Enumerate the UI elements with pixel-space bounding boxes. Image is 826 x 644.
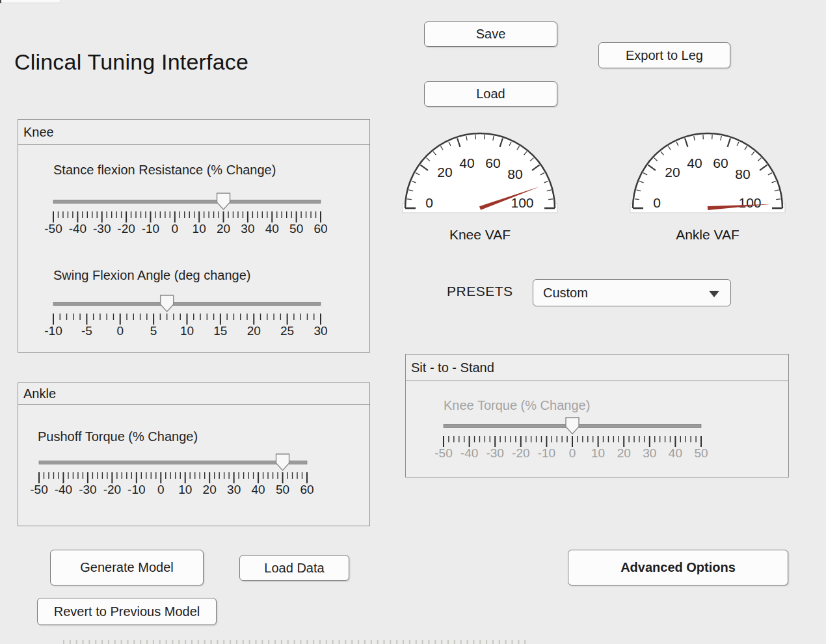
svg-text:-10: -10 — [127, 483, 145, 496]
cutoff-slider-ticks — [62, 640, 530, 644]
svg-text:30: 30 — [227, 483, 241, 496]
svg-text:100: 100 — [738, 195, 761, 210]
svg-text:-20: -20 — [103, 483, 121, 496]
svg-text:60: 60 — [300, 483, 313, 496]
swing-flexion-slider-label: Swing Flexion Angle (deg change) — [53, 268, 251, 283]
generate-model-button[interactable]: Generate Model — [50, 550, 204, 585]
ankle-gauge-label: Ankle VAF — [630, 227, 786, 243]
svg-text:40: 40 — [669, 446, 682, 460]
svg-text:-50: -50 — [44, 222, 62, 235]
svg-text:80: 80 — [507, 167, 522, 181]
svg-text:10: 10 — [193, 222, 206, 235]
slider-thumb[interactable] — [217, 193, 230, 209]
svg-text:20: 20 — [203, 483, 217, 496]
svg-text:-30: -30 — [79, 483, 96, 496]
chevron-down-icon — [709, 291, 719, 297]
svg-text:20: 20 — [247, 324, 261, 338]
svg-text:80: 80 — [735, 167, 750, 181]
svg-text:0: 0 — [569, 446, 576, 460]
knee-vaf-gauge: 020406080100 — [402, 127, 558, 224]
svg-text:-40: -40 — [69, 222, 87, 235]
pushoff-torque-slider-label: Pushoff Torque (% Change) — [38, 429, 198, 444]
svg-text:5: 5 — [150, 324, 157, 338]
slider-thumb[interactable] — [276, 454, 289, 470]
load-data-button[interactable]: Load Data — [239, 555, 349, 581]
presets-selected-value: Custom — [543, 286, 588, 301]
svg-text:-5: -5 — [81, 324, 92, 338]
svg-text:-10: -10 — [538, 446, 555, 460]
svg-text:-40: -40 — [460, 446, 478, 460]
svg-text:60: 60 — [485, 155, 500, 170]
pushoff-torque-slider[interactable]: -50-40-30-20-100102030405060 — [26, 449, 320, 502]
svg-text:-40: -40 — [55, 483, 72, 496]
presets-label: PRESETS — [447, 284, 513, 299]
svg-text:10: 10 — [178, 483, 192, 496]
svg-text:-20: -20 — [117, 222, 135, 235]
svg-text:20: 20 — [217, 222, 230, 235]
slider-thumb[interactable] — [161, 295, 174, 312]
knee-torque-slider-label: Knee Torque (% Change) — [444, 398, 590, 413]
ankle-vaf-gauge: 020406080100 — [630, 127, 786, 224]
svg-text:40: 40 — [687, 155, 702, 170]
svg-text:50: 50 — [276, 483, 289, 496]
svg-text:-20: -20 — [512, 446, 529, 460]
export-to-leg-button[interactable]: Export to Leg — [598, 42, 730, 68]
svg-text:-50: -50 — [30, 483, 47, 496]
clinical-tuning-app: { "app": { "title": "Clincal Tuning Inte… — [0, 0, 826, 644]
svg-text:60: 60 — [313, 222, 327, 235]
svg-text:-30: -30 — [93, 222, 111, 235]
svg-text:25: 25 — [280, 324, 294, 338]
load-button[interactable]: Load — [424, 81, 557, 107]
svg-text:10: 10 — [591, 446, 605, 460]
window-corner-artifact — [0, 0, 1, 3]
svg-text:0: 0 — [425, 195, 433, 210]
svg-text:50: 50 — [289, 222, 303, 235]
svg-text:40: 40 — [252, 483, 265, 496]
slider-thumb — [566, 418, 579, 434]
svg-text:-30: -30 — [486, 446, 503, 460]
svg-text:20: 20 — [437, 165, 452, 180]
svg-text:15: 15 — [213, 324, 227, 338]
svg-text:60: 60 — [713, 155, 728, 170]
svg-text:30: 30 — [643, 446, 656, 460]
window-edge-artifact — [0, 0, 61, 3]
knee-torque-slider: -50-40-30-20-1001020304050 — [431, 413, 714, 465]
ankle-panel-title: Ankle — [18, 383, 369, 405]
revert-previous-model-button[interactable]: Revert to Previous Model — [37, 598, 217, 625]
svg-text:30: 30 — [241, 222, 254, 235]
svg-text:30: 30 — [313, 324, 327, 338]
svg-text:0: 0 — [172, 222, 179, 235]
save-button[interactable]: Save — [424, 21, 557, 47]
svg-text:-10: -10 — [44, 324, 62, 338]
svg-text:20: 20 — [617, 446, 631, 460]
svg-text:40: 40 — [265, 222, 279, 235]
knee-panel-title: Knee — [18, 120, 369, 145]
presets-dropdown[interactable]: Custom — [533, 279, 731, 306]
svg-text:50: 50 — [694, 446, 708, 460]
svg-text:20: 20 — [665, 165, 680, 180]
stance-flexion-slider[interactable]: -50-40-30-20-100102030405060 — [40, 189, 334, 241]
svg-text:10: 10 — [180, 324, 194, 338]
svg-text:-10: -10 — [142, 222, 159, 235]
swing-flexion-slider[interactable]: -10-5051015202530 — [40, 291, 334, 343]
svg-text:100: 100 — [511, 195, 533, 210]
sit-to-stand-panel-title: Sit - to - Stand — [406, 355, 788, 381]
stance-flexion-slider-label: Stance flexion Resistance (% Change) — [53, 163, 276, 178]
svg-text:0: 0 — [653, 195, 661, 210]
svg-text:40: 40 — [459, 155, 474, 170]
svg-text:0: 0 — [116, 324, 124, 338]
advanced-options-button[interactable]: Advanced Options — [568, 550, 788, 585]
svg-text:-50: -50 — [434, 446, 452, 460]
svg-text:0: 0 — [157, 483, 165, 496]
page-title: Clincal Tuning Interface — [14, 49, 248, 75]
knee-gauge-label: Knee VAF — [402, 227, 558, 243]
